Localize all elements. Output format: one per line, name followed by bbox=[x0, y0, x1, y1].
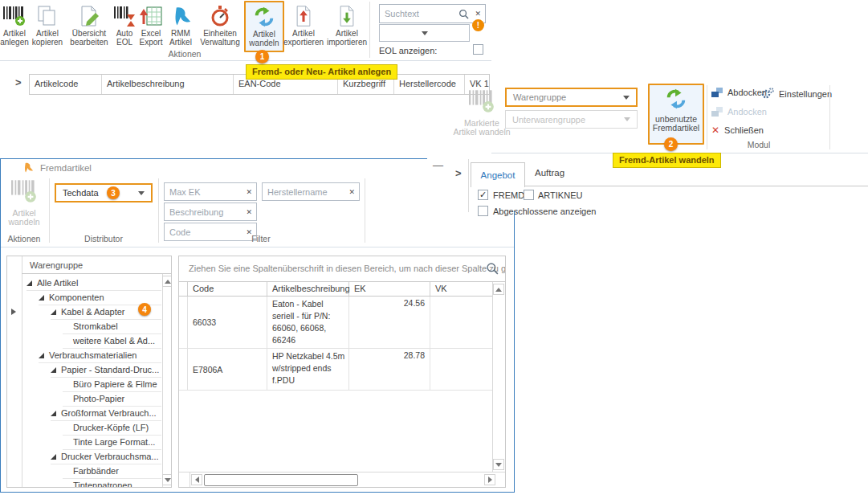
barcode-add-icon-disabled bbox=[464, 103, 499, 117]
cell-ek: 28.78 bbox=[349, 349, 430, 390]
expand-icon[interactable] bbox=[51, 367, 56, 373]
grid-vscrollbar[interactable] bbox=[492, 282, 506, 472]
column-header-vk[interactable]: VK bbox=[430, 282, 492, 296]
schliessen-button[interactable]: ✕Schließen bbox=[711, 125, 764, 135]
einheiten-verwaltung-button[interactable]: EinheitenVerwaltung bbox=[196, 2, 244, 51]
expand-icon[interactable] bbox=[39, 353, 44, 358]
step-badge-2: 2 bbox=[664, 137, 678, 151]
barcode-add-icon-disabled bbox=[8, 193, 40, 207]
minimize-icon[interactable]: — bbox=[433, 159, 443, 171]
tree-item-grossformat[interactable]: Großformat Verbrauch... bbox=[51, 406, 161, 421]
tab-auftrag[interactable]: Auftrag bbox=[535, 168, 564, 178]
tree-item-stromkabel[interactable]: Stromkabel bbox=[63, 319, 161, 334]
filter-herstellername-input[interactable] bbox=[263, 183, 359, 200]
tree-item-weitere-kabel[interactable]: weitere Kabel & Ad... bbox=[63, 333, 161, 349]
tree-item-buero-papiere[interactable]: Büro Papiere & Filme bbox=[63, 377, 161, 392]
edit-document-icon bbox=[78, 2, 100, 27]
grid-hscrollbar[interactable] bbox=[179, 472, 505, 487]
scroll-left-button[interactable] bbox=[191, 474, 202, 485]
distributor-dropdown[interactable]: Techdata bbox=[55, 183, 153, 202]
tree-item-tinte-large-format[interactable]: Tinte Large Format... bbox=[63, 435, 161, 450]
hscroll-thumb[interactable] bbox=[204, 474, 358, 486]
column-header-beschreibung[interactable]: Artikelbeschreibung bbox=[267, 282, 349, 296]
excel-export-button[interactable]: ExcelExport bbox=[137, 2, 165, 51]
expand-icon[interactable] bbox=[51, 309, 56, 315]
search-field-dropdown[interactable] bbox=[379, 24, 470, 42]
close-icon: ✕ bbox=[711, 125, 719, 135]
column-header-artikelbeschreibung[interactable]: Artikelbeschreibung bbox=[102, 75, 234, 94]
tree-item-papier-standard[interactable]: Papier - Standard-Druc... bbox=[51, 362, 161, 378]
column-header-artikelcode[interactable]: Artikelcode bbox=[30, 75, 102, 94]
tree-item-farbbaender[interactable]: Farbbänder bbox=[63, 464, 161, 479]
row-expander-icon[interactable]: > bbox=[455, 167, 462, 179]
expand-icon[interactable] bbox=[39, 295, 44, 301]
abdocken-button[interactable]: Abdocken bbox=[711, 88, 767, 97]
artikneu-checkbox[interactable] bbox=[524, 190, 534, 200]
abgeschlossene-checkbox[interactable] bbox=[478, 206, 488, 216]
clear-icon[interactable]: ✕ bbox=[246, 208, 252, 216]
andocken-button: Andocken bbox=[711, 107, 767, 117]
warengruppe-tree-panel: Warengruppe Alle Artikel Komponenten Kab… bbox=[6, 256, 172, 488]
eol-anzeigen-checkbox[interactable] bbox=[473, 44, 483, 55]
artikel-exportieren-button[interactable]: Artikelexportieren bbox=[281, 2, 326, 51]
marked-convert-button[interactable]: MarkierteArtikel wandeln bbox=[450, 88, 514, 137]
scroll-right-button[interactable] bbox=[484, 474, 495, 485]
search-clear-icon[interactable]: ✕ bbox=[475, 10, 481, 18]
search-icon[interactable] bbox=[458, 8, 469, 22]
artikel-importieren-button[interactable]: Artikelimportieren bbox=[326, 2, 368, 51]
fremd-label: FREMD bbox=[493, 190, 524, 200]
tree-item-alle-artikel[interactable]: Alle Artikel bbox=[26, 276, 161, 291]
unused-fremdartikel-button[interactable]: unbenutzteFremdartikel bbox=[648, 84, 704, 145]
artikel-wandeln-button[interactable]: Artikelwandeln bbox=[244, 1, 284, 52]
clear-icon[interactable]: ✕ bbox=[246, 188, 252, 196]
warengruppe-dropdown[interactable]: Warengruppe bbox=[505, 88, 638, 107]
tree-item-tintenpatronen[interactable]: Tintenpatronen bbox=[63, 478, 161, 488]
artikneu-label: ARTIKNEU bbox=[538, 190, 582, 200]
scroll-up-button[interactable] bbox=[162, 276, 172, 287]
fremdartikel-grid-panel: Ziehen Sie eine Spaltenüberschrift in di… bbox=[178, 256, 506, 488]
chevron-down-icon bbox=[623, 96, 630, 100]
main-ribbon: Artikelanlegen Artikelkopieren Übersicht… bbox=[0, 0, 491, 61]
fw-group-distributor: Distributor bbox=[55, 234, 153, 243]
window-border-left bbox=[0, 158, 1, 493]
table-row[interactable]: 66033 Eaton - Kabel seriell - für P/N: 6… bbox=[179, 297, 492, 349]
grid-header-row: Code Artikelbeschreibung EK VK bbox=[179, 282, 492, 297]
tree-header[interactable]: Warengruppe bbox=[22, 256, 172, 274]
table-row[interactable]: E7806A HP Netzkabel 4.5m w/stripped ends… bbox=[179, 349, 492, 391]
expand-icon[interactable] bbox=[51, 454, 56, 460]
search-input[interactable] bbox=[380, 5, 485, 22]
groupby-bar[interactable]: Ziehen Sie eine Spaltenüberschrift in di… bbox=[179, 256, 505, 282]
rmm-artikel-button[interactable]: RMMArtikel bbox=[165, 2, 196, 51]
tree-gutter bbox=[7, 256, 22, 487]
fw-group-filter: Filter bbox=[164, 234, 358, 243]
tab-angebot[interactable]: Angebot bbox=[471, 162, 525, 187]
scroll-up-button[interactable] bbox=[493, 284, 504, 295]
artikel-anlegen-button[interactable]: Artikelanlegen bbox=[0, 2, 29, 51]
expand-icon[interactable] bbox=[51, 411, 56, 416]
step-badge-3: 3 bbox=[107, 186, 120, 199]
grid-row-expander-icon[interactable]: > bbox=[15, 76, 22, 88]
expand-icon[interactable] bbox=[26, 280, 32, 286]
filter-max-ek-input[interactable] bbox=[165, 183, 256, 200]
tree-item-drucker-verbrauch[interactable]: Drucker Verbrauchsma... bbox=[51, 449, 161, 464]
tree-item-photo-papier[interactable]: Photo-Papier bbox=[63, 391, 161, 407]
fremd-checkbox[interactable]: ✓ bbox=[478, 190, 488, 200]
einstellungen-button[interactable]: Einstellungen bbox=[761, 88, 832, 100]
scroll-down-button[interactable] bbox=[162, 474, 172, 485]
auto-eol-button[interactable]: AutoEOL bbox=[112, 2, 137, 51]
artikel-kopieren-button[interactable]: Artikelkopieren bbox=[29, 2, 66, 51]
tree-item-verbrauchsmaterialien[interactable]: Verbrauchsmaterialien bbox=[39, 348, 161, 363]
tree-scrollbar[interactable] bbox=[162, 274, 172, 487]
search-icon[interactable] bbox=[486, 262, 499, 278]
convert-arrows-icon bbox=[664, 99, 688, 112]
current-row-indicator bbox=[11, 309, 16, 315]
document-export-icon bbox=[292, 2, 315, 27]
scroll-down-button[interactable] bbox=[493, 459, 504, 470]
uebersicht-bearbeiten-button[interactable]: Übersichtbearbeiten bbox=[66, 2, 112, 51]
excel-export-icon bbox=[139, 2, 163, 27]
filter-beschreibung-input[interactable] bbox=[165, 203, 256, 220]
column-header-code[interactable]: Code bbox=[188, 282, 267, 296]
clear-icon[interactable]: ✕ bbox=[348, 188, 355, 196]
column-header-ek[interactable]: EK bbox=[349, 282, 430, 296]
tree-item-drucker-koepfe[interactable]: Drucker-Köpfe (LF) bbox=[63, 420, 161, 436]
